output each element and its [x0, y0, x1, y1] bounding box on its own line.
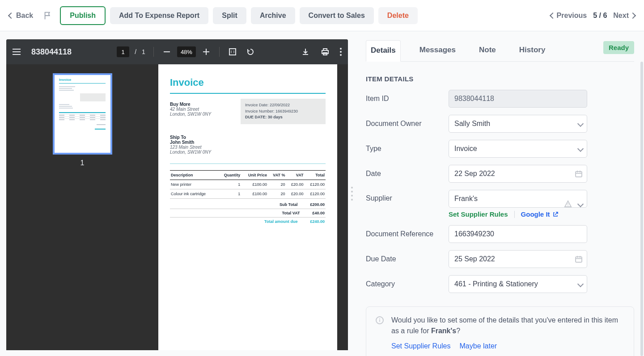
sidebar-toggle-button[interactable]: [13, 49, 21, 55]
page-input[interactable]: 1: [117, 46, 129, 57]
top-toolbar: Back Publish Add To Expense Report Split…: [0, 0, 644, 31]
splitter-handle[interactable]: [348, 31, 356, 356]
download-button[interactable]: [301, 47, 310, 57]
due-date-field[interactable]: [449, 250, 587, 268]
google-it-link[interactable]: Google It: [521, 210, 559, 218]
zoom-in-button[interactable]: [201, 47, 211, 57]
add-to-expense-button[interactable]: Add To Expense Report: [110, 7, 208, 24]
next-button[interactable]: Next: [613, 12, 635, 20]
tab-messages[interactable]: Messages: [415, 40, 460, 61]
previous-label: Previous: [557, 12, 587, 20]
tab-history[interactable]: History: [515, 40, 550, 61]
zoom-out-button[interactable]: [162, 47, 172, 57]
rulebox-q: ?: [456, 327, 460, 335]
fit-page-button[interactable]: [228, 47, 237, 57]
table-header: Unit Price: [241, 170, 268, 180]
viewer-toolbar: 838044118 1 / 1 48%: [6, 39, 348, 64]
owner-label: Document Owner: [366, 120, 440, 128]
table-row: New printer1£100.0020£20.00£120.00: [170, 180, 326, 189]
docref-field[interactable]: [449, 225, 587, 243]
table-header: VAT %: [268, 170, 286, 180]
section-item-details: ITEM DETAILS: [366, 75, 634, 83]
tab-note[interactable]: Note: [475, 40, 500, 61]
viewer-wrapper: 838044118 1 / 1 48%: [0, 31, 348, 356]
chevron-right-icon: [630, 12, 636, 18]
scrollbar[interactable]: [640, 62, 643, 356]
split-button[interactable]: Split: [213, 7, 246, 24]
date-label: Date: [366, 170, 440, 178]
convert-to-sales-button[interactable]: Convert to Sales: [300, 7, 374, 24]
flag-icon: [43, 11, 53, 21]
rulebox-supplier: Frank's: [431, 327, 456, 335]
back-label: Back: [16, 12, 33, 20]
delete-button[interactable]: Delete: [378, 7, 418, 24]
subtotal-label: Sub Total: [280, 202, 297, 207]
rulebox-set-link[interactable]: Set Supplier Rules: [391, 341, 451, 352]
set-supplier-rules-link[interactable]: Set Supplier Rules: [449, 210, 508, 218]
flag-button[interactable]: [40, 11, 55, 21]
ship-addr1: 123 Main Street: [170, 145, 326, 150]
pdf-viewer: 838044118 1 / 1 48%: [6, 39, 348, 350]
rulebox-later-link[interactable]: Maybe later: [460, 341, 497, 352]
rulebox-text: Would you like to set some of the detail…: [391, 316, 618, 335]
previous-button[interactable]: Previous: [551, 12, 587, 20]
svg-rect-3: [229, 49, 236, 55]
page-canvas[interactable]: Invoice Buy More 42 Main Street London, …: [158, 64, 337, 350]
chevron-left-icon: [550, 12, 556, 18]
external-link-icon: [552, 211, 559, 218]
details-pane: Details Messages Note History Ready ITEM…: [356, 31, 644, 356]
ship-to-label: Ship To: [170, 135, 326, 140]
item-id-label: Item ID: [366, 95, 440, 103]
rotate-button[interactable]: [246, 47, 255, 57]
svg-rect-2: [206, 49, 207, 55]
supplier-rule-prompt: Would you like to set some of the detail…: [366, 306, 634, 356]
thumbnail-label: 1: [80, 159, 85, 167]
archive-button[interactable]: Archive: [251, 7, 295, 24]
zoom-level[interactable]: 48%: [177, 46, 196, 57]
due-date-label: Due Date: [366, 255, 440, 263]
next-label: Next: [613, 12, 629, 20]
invoice-line-table: Description Quantity Unit Price VAT % VA…: [170, 170, 326, 199]
invoice-title: Invoice: [170, 77, 326, 88]
category-label: Category: [366, 280, 440, 288]
calendar-icon: [575, 170, 583, 178]
back-button[interactable]: Back: [9, 12, 36, 20]
thumbnail-page-1[interactable]: Invoice: [53, 73, 112, 155]
tabs: Details Messages Note History: [366, 40, 634, 62]
totalvat-label: Total VAT: [282, 211, 300, 215]
publish-button[interactable]: Publish: [60, 6, 106, 25]
svg-rect-10: [576, 257, 582, 262]
viewer-doc-title: 838044118: [31, 47, 72, 57]
table-header: Description: [170, 170, 218, 180]
thumbnail-panel: Invoice: [6, 64, 158, 350]
more-menu-button[interactable]: [340, 48, 342, 56]
type-select[interactable]: [449, 140, 587, 158]
page-separator: /: [135, 48, 136, 55]
ship-name: John Smith: [170, 140, 326, 145]
table-row: Colour ink cartridge1£100.0020£20.00£120…: [170, 189, 326, 198]
totalvat-value: £40.00: [312, 211, 325, 215]
pagination: Previous 5 / 6 Next: [551, 12, 635, 20]
svg-rect-5: [323, 49, 327, 50]
subtotal-value: £200.00: [310, 202, 325, 207]
ship-addr2: London, SW1W 0NY: [170, 150, 326, 155]
svg-point-12: [379, 318, 380, 319]
table-header: Quantity: [218, 170, 242, 180]
tab-details[interactable]: Details: [366, 40, 401, 62]
total-due-value: £240.00: [310, 219, 325, 224]
calendar-icon: [575, 255, 583, 263]
owner-select[interactable]: [449, 115, 587, 133]
svg-rect-0: [164, 51, 170, 52]
status-badge: Ready: [603, 41, 634, 54]
page-total: 1: [142, 48, 145, 55]
info-icon: [375, 316, 384, 352]
category-select[interactable]: [449, 275, 587, 293]
chevron-left-icon: [8, 12, 14, 18]
warning-icon: [564, 200, 572, 208]
page-count: 5 / 6: [593, 12, 607, 20]
svg-rect-9: [568, 203, 568, 205]
table-header: VAT: [286, 170, 305, 180]
table-header: Total: [304, 170, 326, 180]
print-button[interactable]: [320, 47, 330, 57]
date-field[interactable]: [449, 165, 587, 183]
